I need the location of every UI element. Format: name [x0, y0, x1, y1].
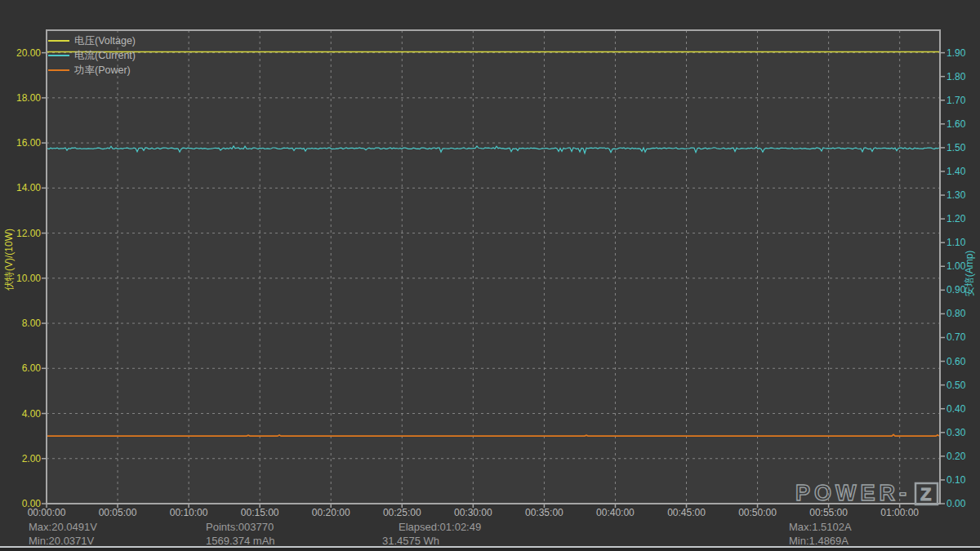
current-line-swatch [48, 55, 69, 56]
left-axis-tick-label: 18.00 [0, 92, 41, 104]
x-axis-tick-label: 00:55:00 [795, 507, 863, 518]
x-axis-tick-label: 00:50:00 [724, 507, 792, 518]
legend-item-current[interactable]: 电流(Current) [48, 48, 136, 63]
status-energy: 31.4575 Wh [382, 535, 439, 547]
x-axis-tick-label: 00:40:00 [581, 507, 649, 518]
power-line-swatch [48, 69, 69, 71]
voltage-line-swatch [48, 40, 69, 42]
status-current-min: Min:1.4869A [789, 535, 849, 547]
right-axis-tick-label: 1.10 [947, 237, 980, 248]
legend-label-power: 功率(Power) [74, 64, 131, 78]
x-axis-tick-label: 00:35:00 [510, 507, 578, 518]
x-axis-tick-label: 00:30:00 [439, 507, 507, 518]
status-points: Points:003770 [206, 521, 274, 533]
right-axis-title: 安培(Amp) [963, 251, 977, 297]
legend-label-voltage: 电压(Voltage) [74, 34, 136, 48]
right-axis-tick-label: 1.70 [947, 95, 980, 106]
legend-item-power[interactable]: 功率(Power) [48, 63, 136, 78]
right-axis-tick-label: 1.80 [947, 71, 980, 82]
left-axis-tick-label: 16.00 [0, 137, 41, 149]
right-axis-tick-label: 0.30 [947, 427, 980, 438]
right-axis-tick-label: 1.90 [947, 47, 980, 59]
x-axis-tick-label: 00:10:00 [154, 507, 223, 518]
x-axis-tick-label: 00:00:00 [12, 507, 81, 518]
left-axis-tick-label: 4.00 [0, 408, 41, 420]
x-axis-tick-label: 00:15:00 [225, 507, 294, 518]
x-axis-tick-label: 00:25:00 [368, 507, 436, 518]
x-axis-tick-label: 00:20:00 [296, 507, 365, 518]
logo-z-letter: Z [920, 484, 931, 504]
right-axis-tick-label: 0.00 [947, 498, 980, 509]
right-axis-tick-label: 1.20 [947, 213, 980, 224]
right-axis-tick-label: 1.50 [947, 142, 980, 153]
left-axis-tick-label: 14.00 [0, 182, 41, 193]
status-voltage-max: Max:20.0491V [29, 521, 97, 533]
status-current-max: Max:1.5102A [789, 521, 852, 533]
right-axis-tick-label: 0.20 [947, 451, 980, 462]
plot-area[interactable] [47, 30, 940, 504]
right-axis-tick-label: 0.60 [947, 356, 980, 367]
status-capacity: 1569.374 mAh [206, 535, 275, 547]
left-axis-title: 伏特(V)/(10W) [2, 229, 16, 291]
right-axis-tick-label: 0.40 [947, 403, 980, 415]
power-z-chart-window: 20.0018.0016.0014.0012.0010.008.006.004.… [0, 0, 980, 551]
status-voltage-min: Min:20.0371V [29, 535, 94, 547]
power-z-logo: POWER- Z [792, 480, 943, 508]
right-axis-tick-label: 0.80 [947, 308, 980, 319]
legend: 电压(Voltage) 电流(Current) 功率(Power) [48, 33, 136, 78]
status-elapsed: Elapsed:01:02:49 [399, 521, 481, 533]
legend-label-current: 电流(Current) [74, 49, 136, 63]
logo-word: POWER- [795, 481, 911, 505]
x-axis-tick-label: 00:05:00 [83, 507, 152, 518]
left-axis-tick-label: 6.00 [0, 362, 41, 374]
right-axis-tick-label: 1.60 [947, 118, 980, 130]
x-axis-tick-label: 00:45:00 [653, 507, 721, 518]
right-axis-tick-label: 0.50 [947, 380, 980, 391]
left-axis-tick-label: 20.00 [0, 47, 41, 59]
right-axis-tick-label: 0.10 [947, 474, 980, 486]
left-axis-tick-label: 8.00 [0, 318, 41, 329]
right-axis-tick-label: 1.30 [947, 189, 980, 201]
right-axis-tick-label: 1.40 [947, 166, 980, 177]
window-bottom-edge [0, 548, 980, 551]
x-axis-tick-label: 01:00:00 [866, 507, 934, 518]
right-axis-tick-label: 0.70 [947, 331, 980, 343]
left-axis-tick-label: 2.00 [0, 453, 41, 464]
legend-item-voltage[interactable]: 电压(Voltage) [48, 33, 136, 48]
